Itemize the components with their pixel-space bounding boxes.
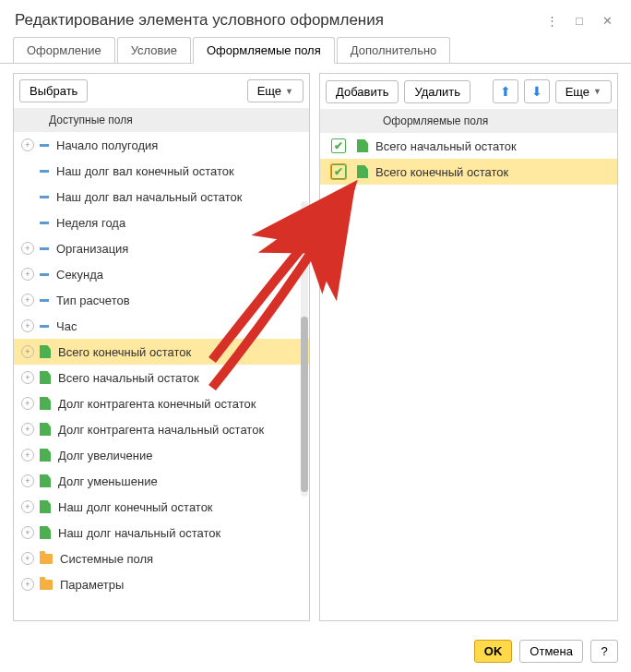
expander-icon[interactable]: + bbox=[21, 500, 34, 513]
tree-item[interactable]: +Параметры bbox=[14, 571, 309, 597]
tab-uslovie[interactable]: Условие bbox=[117, 37, 191, 63]
field-icon bbox=[40, 144, 49, 147]
move-down-button[interactable]: ⬇ bbox=[524, 79, 550, 103]
tab-dopolnitelno[interactable]: Дополнительно bbox=[337, 37, 451, 63]
panel-formatted-fields: Добавить Удалить ⬆ ⬇ Еще▼ Оформляемые по… bbox=[319, 73, 618, 621]
field-icon bbox=[40, 247, 49, 250]
tree-item-label: Долг контрагента начальный остаток bbox=[58, 423, 264, 437]
field-icon bbox=[40, 196, 49, 198]
tree-item-label: Долг уменьшение bbox=[58, 474, 158, 488]
field-icon bbox=[40, 325, 49, 328]
select-button[interactable]: Выбрать bbox=[19, 79, 88, 102]
help-button[interactable]: ? bbox=[590, 640, 618, 663]
header-formatted-fields: Оформляемые поля bbox=[320, 109, 617, 133]
tree-available-fields[interactable]: +Начало полугодияНаш долг вал конечный о… bbox=[14, 132, 309, 620]
resource-icon bbox=[40, 474, 51, 487]
tree-item-label: Наш долг конечный остаток bbox=[58, 500, 213, 514]
scrollbar-thumb[interactable] bbox=[301, 317, 308, 492]
more-button-right[interactable]: Еще▼ bbox=[555, 80, 612, 103]
tree-item[interactable]: Наш долг вал начальный остаток bbox=[14, 184, 309, 210]
expander-icon[interactable]: + bbox=[21, 319, 34, 332]
tree-item-label: Неделя года bbox=[56, 216, 125, 230]
move-up-button[interactable]: ⬆ bbox=[493, 79, 518, 103]
footer: OK Отмена ? bbox=[0, 630, 631, 672]
resource-icon bbox=[40, 345, 51, 358]
list-item[interactable]: ✔Всего начальный остаток bbox=[320, 133, 617, 159]
arrow-down-icon: ⬇ bbox=[531, 84, 542, 99]
field-icon bbox=[40, 273, 49, 276]
tree-item[interactable]: +Наш долг конечный остаток bbox=[14, 494, 309, 520]
expander-icon[interactable]: + bbox=[21, 242, 34, 255]
tree-item-label: Параметры bbox=[60, 578, 124, 592]
tree-item[interactable]: +Долг контрагента конечный остаток bbox=[14, 390, 309, 416]
expander-icon bbox=[21, 190, 34, 203]
header-available-fields: Доступные поля bbox=[14, 108, 309, 132]
titlebar: Редактирование элемента условного оформл… bbox=[0, 0, 631, 37]
checkbox[interactable]: ✔ bbox=[331, 164, 346, 179]
delete-button[interactable]: Удалить bbox=[404, 80, 470, 103]
expander-icon[interactable]: + bbox=[21, 526, 34, 539]
resource-icon bbox=[357, 139, 368, 152]
add-button[interactable]: Добавить bbox=[326, 80, 399, 103]
tab-oformlenie[interactable]: Оформление bbox=[13, 37, 115, 63]
field-icon bbox=[40, 299, 49, 302]
resource-icon bbox=[357, 165, 368, 178]
window: Редактирование элемента условного оформл… bbox=[0, 0, 631, 672]
expander-icon bbox=[21, 216, 34, 229]
list-item[interactable]: ✔Всего конечный остаток bbox=[320, 159, 617, 185]
expander-icon bbox=[21, 164, 34, 177]
list-item-label: Всего конечный остаток bbox=[375, 165, 508, 179]
more-button-left[interactable]: Еще▼ bbox=[247, 79, 304, 102]
expander-icon[interactable]: + bbox=[21, 294, 34, 306]
toolbar-left: Выбрать Еще▼ bbox=[14, 74, 309, 108]
close-icon[interactable]: ✕ bbox=[598, 11, 616, 30]
expander-icon[interactable]: + bbox=[21, 138, 34, 151]
tree-item-label: Наш долг вал конечный остаток bbox=[56, 164, 234, 178]
expander-icon[interactable]: + bbox=[21, 449, 34, 462]
tree-item[interactable]: +Долг уменьшение bbox=[14, 468, 309, 494]
ok-button[interactable]: OK bbox=[474, 640, 513, 663]
cancel-button[interactable]: Отмена bbox=[519, 640, 583, 663]
tree-item[interactable]: +Всего конечный остаток bbox=[14, 339, 309, 365]
tree-item-label: Системные поля bbox=[60, 552, 153, 566]
tree-item[interactable]: +Тип расчетов bbox=[14, 287, 309, 313]
tab-oformlyaemye-polya[interactable]: Оформляемые поля bbox=[193, 37, 335, 64]
maximize-icon[interactable]: □ bbox=[570, 11, 589, 30]
tree-item-label: Всего начальный остаток bbox=[58, 371, 199, 385]
tree-item[interactable]: +Всего начальный остаток bbox=[14, 365, 309, 390]
tree-item[interactable]: +Системные поля bbox=[14, 546, 309, 571]
expander-icon[interactable]: + bbox=[21, 474, 34, 487]
tree-item-label: Секунда bbox=[56, 268, 103, 282]
list-formatted-fields[interactable]: ✔Всего начальный остаток✔Всего конечный … bbox=[320, 133, 617, 620]
checkmark-icon: ✔ bbox=[334, 139, 343, 152]
tree-item[interactable]: +Долг контрагента начальный остаток bbox=[14, 416, 309, 442]
tree-item[interactable]: +Долг увеличение bbox=[14, 442, 309, 468]
tree-item[interactable]: Неделя года bbox=[14, 210, 309, 235]
resource-icon bbox=[40, 397, 51, 410]
resource-icon bbox=[40, 371, 51, 384]
expander-icon[interactable]: + bbox=[21, 578, 34, 591]
field-icon bbox=[40, 222, 49, 224]
tree-item[interactable]: +Начало полугодия bbox=[14, 132, 309, 158]
tree-item-label: Долг увеличение bbox=[58, 449, 152, 462]
expander-icon[interactable]: + bbox=[21, 552, 34, 565]
expander-icon[interactable]: + bbox=[21, 345, 34, 358]
tree-item-label: Наш долг начальный остаток bbox=[58, 526, 220, 540]
tree-item[interactable]: Наш долг вал конечный остаток bbox=[14, 158, 309, 184]
panel-available-fields: Выбрать Еще▼ Доступные поля +Начало полу… bbox=[13, 73, 310, 621]
resource-icon bbox=[40, 449, 51, 462]
tree-item-label: Наш долг вал начальный остаток bbox=[56, 190, 242, 204]
expander-icon[interactable]: + bbox=[21, 423, 34, 436]
content: Выбрать Еще▼ Доступные поля +Начало полу… bbox=[0, 64, 631, 630]
tree-item[interactable]: +Организация bbox=[14, 235, 309, 261]
tree-item[interactable]: +Секунда bbox=[14, 261, 309, 287]
tree-item[interactable]: +Час bbox=[14, 313, 309, 339]
tree-item[interactable]: +Наш долг начальный остаток bbox=[14, 520, 309, 546]
tree-item-label: Час bbox=[56, 319, 77, 333]
checkbox[interactable]: ✔ bbox=[331, 138, 346, 153]
checkmark-icon: ✔ bbox=[334, 165, 343, 178]
expander-icon[interactable]: + bbox=[21, 371, 34, 384]
menu-icon[interactable]: ⋮ bbox=[542, 11, 561, 30]
expander-icon[interactable]: + bbox=[21, 397, 34, 410]
expander-icon[interactable]: + bbox=[21, 268, 34, 281]
